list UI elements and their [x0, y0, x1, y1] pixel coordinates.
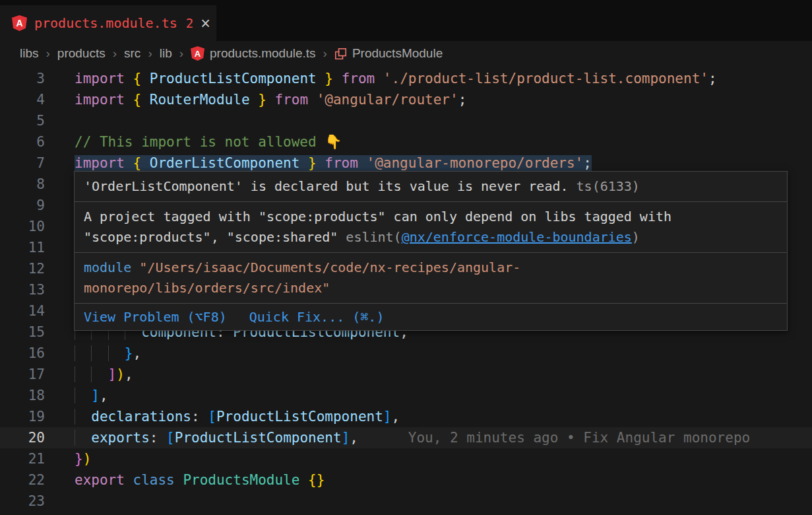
code-token: { — [133, 92, 150, 108]
line-number[interactable]: 14 — [0, 300, 45, 322]
code-line-6[interactable]: 6// This import is not allowed 👇 — [0, 131, 812, 153]
code-text — [45, 258, 75, 279]
code-token — [75, 409, 91, 425]
code-token: } — [250, 92, 266, 108]
code-line-3[interactable]: 3import { ProductListComponent } from '.… — [0, 68, 812, 89]
code-line-22[interactable]: 22export class ProductsModule {} — [0, 469, 812, 491]
code-text: import { ProductListComponent } from './… — [45, 68, 717, 89]
line-number[interactable]: 9 — [0, 195, 45, 216]
breadcrumb-item-symbol[interactable]: ProductsModule — [334, 46, 443, 61]
line-number[interactable]: 16 — [0, 343, 45, 364]
line-number[interactable]: 21 — [0, 448, 45, 469]
ts-diagnostic-message: 'OrderListComponent' is declared but its… — [84, 176, 778, 197]
code-text — [45, 110, 75, 131]
eslint-diagnostic-section: A project tagged with "scope:products" c… — [75, 202, 787, 253]
code-token: ] — [108, 366, 117, 382]
popup-action-bar: View Problem (⌥F8) Quick Fix... (⌘.) — [75, 304, 787, 330]
code-text: exports: [ProductListComponent],You, 2 m… — [45, 427, 750, 448]
breadcrumb-item-lib[interactable]: lib — [160, 46, 172, 61]
breadcrumb-separator: › — [113, 46, 117, 61]
eslint-message-line-1: A project tagged with "scope:products" c… — [84, 207, 778, 227]
code-token: A project tagged with "scope:products" c… — [84, 209, 671, 224]
code-token — [75, 430, 91, 446]
code-token: { — [133, 71, 150, 86]
module-path-line-1: module "/Users/isaac/Documents/code/nx-r… — [84, 258, 778, 278]
tab-filename: products.module.ts — [34, 15, 177, 31]
quick-fix-action[interactable]: Quick Fix... (⌘.) — [249, 309, 385, 325]
code-line-18[interactable]: 18 ], — [0, 385, 812, 406]
code-text: ]), — [45, 364, 133, 385]
line-number[interactable]: 6 — [0, 131, 45, 153]
line-number[interactable]: 20 — [0, 427, 45, 448]
breadcrumb-item-src[interactable]: src — [124, 46, 141, 61]
code-line-5[interactable]: 5 — [0, 110, 812, 131]
module-boundaries-link[interactable]: @nx/enforce-module-boundaries — [402, 229, 632, 245]
problems-count-badge: 2 — [186, 16, 193, 30]
code-token: import — [75, 71, 133, 86]
line-number[interactable]: 3 — [0, 68, 45, 89]
vscode-window: A products.module.ts 2 × libs › products… — [0, 0, 812, 515]
code-token: "scope:products", "scope:shared" — [84, 229, 346, 245]
code-text — [45, 174, 75, 195]
breadcrumb-item-products[interactable]: products — [57, 46, 106, 61]
code-token: ) — [116, 366, 125, 382]
code-token: from — [266, 92, 317, 108]
code-line-21[interactable]: 21}) — [0, 448, 812, 469]
line-number[interactable]: 4 — [0, 89, 45, 110]
code-token: 'OrderListComponent' is declared but its… — [84, 178, 577, 194]
line-number[interactable]: 22 — [0, 469, 45, 491]
code-token: from — [317, 155, 367, 171]
code-line-4[interactable]: 4import { RouterModule } from '@angular/… — [0, 89, 812, 110]
code-token: ] — [91, 388, 100, 403]
line-number[interactable]: 19 — [0, 406, 45, 427]
code-line-17[interactable]: 17 ]), — [0, 364, 812, 385]
tab-products-module-ts[interactable]: A products.module.ts 2 × — [0, 5, 216, 41]
code-text — [45, 300, 75, 322]
hover-diagnostics-popup: 'OrderListComponent' is declared but its… — [74, 171, 788, 331]
code-text — [45, 491, 75, 512]
code-token: [ — [166, 430, 175, 446]
line-number[interactable]: 11 — [0, 237, 45, 258]
eslint-message-line-2: "scope:products", "scope:shared" eslint(… — [84, 227, 778, 248]
code-token: } — [125, 345, 133, 361]
line-number[interactable]: 5 — [0, 110, 45, 131]
code-token: 👇 — [325, 134, 342, 150]
line-number[interactable]: 15 — [0, 322, 45, 343]
line-number[interactable]: 10 — [0, 216, 45, 237]
code-token: './product-list/product-list.component' — [383, 71, 708, 86]
code-text — [45, 195, 75, 216]
code-line-20[interactable]: 20 exports: [ProductListComponent],You, … — [0, 427, 812, 448]
code-token: } — [317, 71, 333, 86]
code-token: exports — [91, 430, 150, 446]
code-token: monorepo/libs/orders/src/index" — [84, 280, 330, 296]
code-token: RouterModule — [150, 92, 250, 108]
code-text: // This import is not allowed 👇 — [45, 131, 342, 153]
breadcrumb-separator: › — [46, 46, 50, 61]
angular-icon: A — [191, 46, 204, 61]
code-line-23[interactable]: 23 — [0, 491, 812, 512]
editor-pane[interactable]: 3import { ProductListComponent } from '.… — [0, 66, 812, 515]
line-number[interactable]: 18 — [0, 385, 45, 406]
line-number[interactable]: 7 — [0, 153, 45, 174]
breadcrumb-item-file[interactable]: A products.module.ts — [191, 46, 316, 61]
line-number[interactable]: 13 — [0, 279, 45, 300]
line-number[interactable]: 12 — [0, 258, 45, 279]
code-text: import { RouterModule } from '@angular/r… — [45, 89, 466, 110]
code-line-19[interactable]: 19 declarations: [ProductListComponent], — [0, 406, 812, 427]
code-text — [45, 279, 75, 300]
code-token: ] — [383, 409, 392, 425]
code-token: ProductListComponent — [175, 430, 342, 446]
view-problem-action[interactable]: View Problem (⌥F8) — [84, 309, 227, 325]
line-number[interactable]: 8 — [0, 174, 45, 195]
tab-bar: A products.module.ts 2 × — [0, 0, 812, 41]
code-line-16[interactable]: 16 }, — [0, 343, 812, 364]
code-token: , — [392, 409, 400, 425]
breadcrumb-separator: › — [323, 46, 327, 61]
breadcrumb-item-libs[interactable]: libs — [20, 46, 39, 61]
line-number[interactable]: 17 — [0, 364, 45, 385]
code-token: : — [191, 409, 208, 425]
close-icon[interactable]: × — [201, 15, 210, 32]
code-text: declarations: [ProductListComponent], — [45, 406, 400, 427]
line-number[interactable]: 23 — [0, 491, 45, 512]
code-token: [ — [208, 409, 216, 425]
